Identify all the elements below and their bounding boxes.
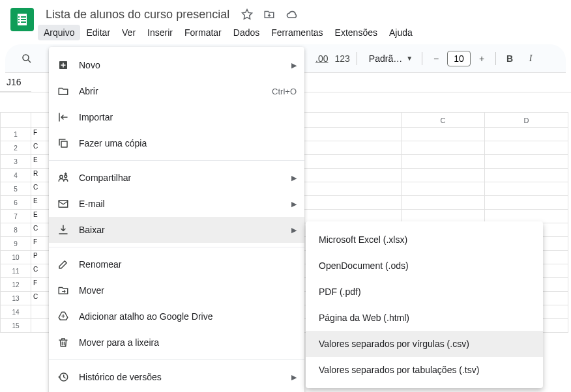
- name-box[interactable]: J16: [0, 73, 31, 92]
- row-header[interactable]: 14: [0, 305, 31, 319]
- download-option[interactable]: Valores separados por vírgulas (.csv): [306, 331, 543, 357]
- row-header[interactable]: 5: [0, 182, 31, 196]
- chevron-right-icon: ▶: [291, 226, 297, 234]
- row-header[interactable]: 10: [0, 251, 31, 264]
- menu-item-label: Renomear: [79, 259, 297, 270]
- copy-icon: [57, 137, 70, 149]
- menu-formatar[interactable]: Formatar: [179, 25, 227, 40]
- download-option[interactable]: OpenDocument (.ods): [306, 253, 543, 279]
- move-to-folder-icon[interactable]: [261, 6, 278, 23]
- menu-item-label: Compartilhar: [79, 173, 282, 183]
- chevron-down-icon: ▼: [406, 55, 413, 62]
- file-menu-item[interactable]: Novo▶: [49, 52, 304, 78]
- cell[interactable]: [402, 141, 485, 155]
- cell[interactable]: [402, 169, 485, 182]
- download-option[interactable]: PDF (.pdf): [306, 279, 543, 305]
- download-option[interactable]: Microsoft Excel (.xlsx): [306, 227, 543, 253]
- cell[interactable]: [485, 155, 568, 169]
- cell[interactable]: [402, 128, 485, 141]
- row-header[interactable]: 1: [0, 128, 31, 141]
- svg-rect-2: [61, 141, 67, 147]
- select-all-corner[interactable]: [0, 112, 31, 128]
- menu-arquivo[interactable]: Arquivo: [38, 25, 80, 40]
- menu-item-label: Abrir: [79, 86, 263, 96]
- row-header[interactable]: 13: [0, 292, 31, 305]
- divider: [357, 52, 357, 65]
- chevron-right-icon: ▶: [291, 200, 297, 208]
- cell[interactable]: [402, 196, 485, 210]
- menu-editar[interactable]: Editar: [80, 25, 116, 40]
- file-menu-item[interactable]: Adicionar atalho ao Google Drive: [49, 303, 304, 329]
- menu-extensões[interactable]: Extensões: [329, 25, 383, 40]
- cell[interactable]: [485, 182, 568, 196]
- menu-inserir[interactable]: Inserir: [141, 25, 179, 40]
- svg-point-3: [60, 175, 63, 178]
- bold-button[interactable]: B: [500, 49, 520, 68]
- file-menu-item[interactable]: Mover: [49, 277, 304, 303]
- svg-point-4: [65, 175, 67, 178]
- row-header[interactable]: 11: [0, 264, 31, 278]
- cell[interactable]: [485, 141, 568, 155]
- file-menu-item[interactable]: Fazer uma cópia: [49, 130, 304, 156]
- menu-dados[interactable]: Dados: [227, 25, 265, 40]
- row-header[interactable]: 3: [0, 155, 31, 169]
- menu-ferramentas[interactable]: Ferramentas: [265, 25, 329, 40]
- col-header[interactable]: C: [402, 112, 485, 128]
- row-header[interactable]: 12: [0, 278, 31, 292]
- row-header[interactable]: 15: [0, 319, 31, 333]
- menu-ajuda[interactable]: Ajuda: [383, 25, 418, 40]
- import-icon: [57, 111, 70, 123]
- download-option[interactable]: Página da Web (.html): [306, 305, 543, 331]
- menu-item-label: Mover: [79, 285, 297, 296]
- plus-square-icon: [57, 59, 70, 71]
- file-menu-item[interactable]: E-mail▶: [49, 191, 304, 217]
- download-icon: [57, 224, 70, 236]
- col-header[interactable]: D: [485, 112, 568, 128]
- menubar: ArquivoEditarVerInserirFormatarDadosFerr…: [38, 25, 561, 40]
- number-format-button[interactable]: 123: [332, 49, 352, 68]
- cloud-status-icon[interactable]: [283, 5, 301, 23]
- file-menu-item[interactable]: AbrirCtrl+O: [49, 78, 304, 104]
- row-header[interactable]: 2: [0, 141, 31, 155]
- download-option[interactable]: Valores separados por tabulações (.tsv): [306, 357, 543, 383]
- cell[interactable]: [485, 169, 568, 182]
- doc-title[interactable]: Lista de alunos do curso presencial: [42, 7, 233, 23]
- menu-item-label: Baixar: [79, 225, 282, 235]
- file-menu-item[interactable]: Histórico de versões▶: [49, 364, 304, 390]
- rename-icon: [57, 259, 70, 270]
- menu-ver[interactable]: Ver: [116, 25, 141, 40]
- sheets-logo[interactable]: [10, 8, 34, 31]
- search-icon[interactable]: [17, 49, 37, 68]
- decrease-font-size-button[interactable]: −: [426, 49, 446, 68]
- row-header[interactable]: 7: [0, 210, 31, 223]
- decrease-decimal-button[interactable]: .00: [313, 49, 330, 68]
- row-header[interactable]: 4: [0, 169, 31, 182]
- add-drive-icon: [57, 311, 70, 322]
- font-size-input[interactable]: [447, 51, 471, 66]
- file-menu-item[interactable]: Compartilhar▶: [49, 165, 304, 191]
- shortcut-label: Ctrl+O: [272, 87, 297, 96]
- mail-icon: [57, 198, 70, 210]
- font-family-select[interactable]: Padrã… ▼: [361, 51, 418, 66]
- menu-item-label: E-mail: [79, 199, 282, 209]
- file-menu-item[interactable]: Renomear: [49, 251, 304, 277]
- row-header[interactable]: 6: [0, 196, 31, 210]
- chevron-right-icon: ▶: [291, 373, 297, 382]
- menu-separator: [49, 359, 304, 360]
- row-header[interactable]: 8: [0, 223, 31, 237]
- star-icon[interactable]: [239, 6, 256, 23]
- svg-point-0: [23, 55, 29, 61]
- increase-font-size-button[interactable]: +: [472, 49, 491, 68]
- file-menu-item[interactable]: Baixar▶: [49, 217, 304, 243]
- cell[interactable]: [402, 182, 485, 196]
- row-header[interactable]: 9: [0, 237, 31, 251]
- menu-item-label: Histórico de versões: [79, 372, 282, 382]
- cell[interactable]: [485, 128, 568, 141]
- cell[interactable]: [485, 196, 568, 210]
- file-menu-item[interactable]: Importar: [49, 104, 304, 130]
- file-menu-item[interactable]: Mover para a lixeira: [49, 329, 304, 356]
- cell[interactable]: [402, 155, 485, 169]
- download-submenu: Microsoft Excel (.xlsx)OpenDocument (.od…: [306, 221, 543, 388]
- menu-separator: [49, 247, 304, 247]
- italic-button[interactable]: I: [521, 49, 540, 68]
